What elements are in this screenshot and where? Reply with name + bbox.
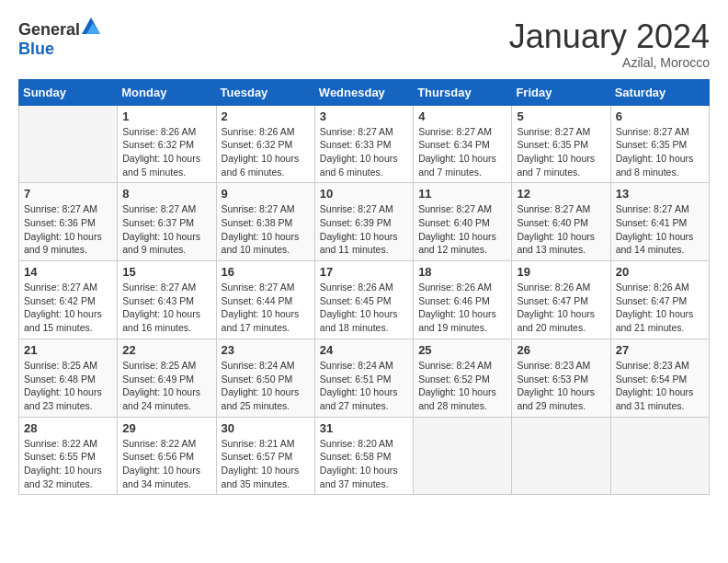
day-info: Sunrise: 8:23 AM Sunset: 6:53 PM Dayligh… — [517, 359, 605, 413]
calendar-week-row: 28Sunrise: 8:22 AM Sunset: 6:55 PM Dayli… — [19, 417, 710, 495]
calendar-cell: 21Sunrise: 8:25 AM Sunset: 6:48 PM Dayli… — [19, 339, 118, 417]
day-number: 22 — [122, 343, 210, 357]
logo-general-text: General — [18, 20, 80, 39]
calendar-cell: 13Sunrise: 8:27 AM Sunset: 6:41 PM Dayli… — [610, 183, 709, 261]
calendar-cell: 22Sunrise: 8:25 AM Sunset: 6:49 PM Dayli… — [118, 339, 216, 417]
calendar-cell — [19, 105, 118, 183]
calendar-cell: 16Sunrise: 8:27 AM Sunset: 6:44 PM Dayli… — [216, 261, 314, 339]
day-info: Sunrise: 8:27 AM Sunset: 6:39 PM Dayligh… — [320, 202, 408, 257]
day-number: 3 — [320, 109, 408, 123]
calendar-week-row: 21Sunrise: 8:25 AM Sunset: 6:48 PM Dayli… — [19, 339, 710, 417]
day-info: Sunrise: 8:26 AM Sunset: 6:47 PM Dayligh… — [517, 281, 605, 335]
day-number: 27 — [616, 343, 704, 357]
calendar-cell: 18Sunrise: 8:26 AM Sunset: 6:46 PM Dayli… — [414, 261, 512, 339]
calendar-header-tuesday: Tuesday — [216, 79, 314, 105]
calendar-cell: 7Sunrise: 8:27 AM Sunset: 6:36 PM Daylig… — [19, 183, 118, 261]
calendar-cell: 24Sunrise: 8:24 AM Sunset: 6:51 PM Dayli… — [314, 339, 413, 417]
day-info: Sunrise: 8:27 AM Sunset: 6:38 PM Dayligh… — [222, 202, 310, 257]
day-info: Sunrise: 8:20 AM Sunset: 6:58 PM Dayligh… — [320, 437, 408, 491]
day-number: 26 — [517, 343, 605, 357]
day-info: Sunrise: 8:27 AM Sunset: 6:37 PM Dayligh… — [122, 202, 210, 257]
calendar-cell — [414, 417, 512, 495]
page-header: General Blue January 2024 Azilal, Morocc… — [18, 18, 710, 70]
day-info: Sunrise: 8:26 AM Sunset: 6:45 PM Dayligh… — [320, 281, 408, 335]
calendar-header-saturday: Saturday — [610, 79, 709, 105]
calendar-cell: 29Sunrise: 8:22 AM Sunset: 6:56 PM Dayli… — [118, 417, 216, 495]
day-info: Sunrise: 8:25 AM Sunset: 6:49 PM Dayligh… — [122, 359, 210, 413]
calendar-week-row: 1Sunrise: 8:26 AM Sunset: 6:32 PM Daylig… — [19, 105, 710, 183]
day-number: 13 — [616, 187, 704, 201]
calendar-cell: 12Sunrise: 8:27 AM Sunset: 6:40 PM Dayli… — [512, 183, 610, 261]
day-info: Sunrise: 8:25 AM Sunset: 6:48 PM Dayligh… — [24, 359, 112, 413]
calendar-cell: 9Sunrise: 8:27 AM Sunset: 6:38 PM Daylig… — [216, 183, 314, 261]
day-info: Sunrise: 8:27 AM Sunset: 6:43 PM Dayligh… — [122, 281, 210, 335]
day-number: 25 — [418, 343, 506, 357]
day-info: Sunrise: 8:27 AM Sunset: 6:44 PM Dayligh… — [222, 281, 310, 335]
calendar-header-wednesday: Wednesday — [314, 79, 413, 105]
calendar-cell: 11Sunrise: 8:27 AM Sunset: 6:40 PM Dayli… — [414, 183, 512, 261]
calendar-header-sunday: Sunday — [19, 79, 118, 105]
month-title: January 2024 — [509, 18, 710, 55]
day-number: 21 — [24, 343, 112, 357]
day-info: Sunrise: 8:27 AM Sunset: 6:35 PM Dayligh… — [616, 125, 704, 179]
day-info: Sunrise: 8:23 AM Sunset: 6:54 PM Dayligh… — [616, 359, 704, 413]
calendar-cell: 26Sunrise: 8:23 AM Sunset: 6:53 PM Dayli… — [512, 339, 610, 417]
day-info: Sunrise: 8:27 AM Sunset: 6:40 PM Dayligh… — [418, 202, 506, 257]
calendar-header-thursday: Thursday — [414, 79, 512, 105]
day-number: 9 — [222, 187, 310, 201]
day-info: Sunrise: 8:27 AM Sunset: 6:33 PM Dayligh… — [320, 125, 408, 179]
day-number: 5 — [517, 109, 605, 123]
day-info: Sunrise: 8:22 AM Sunset: 6:56 PM Dayligh… — [122, 437, 210, 491]
day-info: Sunrise: 8:27 AM Sunset: 6:34 PM Dayligh… — [418, 125, 506, 179]
day-info: Sunrise: 8:24 AM Sunset: 6:51 PM Dayligh… — [320, 359, 408, 413]
day-number: 4 — [418, 109, 506, 123]
day-number: 8 — [122, 187, 210, 201]
calendar-cell: 19Sunrise: 8:26 AM Sunset: 6:47 PM Dayli… — [512, 261, 610, 339]
calendar-cell: 20Sunrise: 8:26 AM Sunset: 6:47 PM Dayli… — [610, 261, 709, 339]
calendar-cell: 30Sunrise: 8:21 AM Sunset: 6:57 PM Dayli… — [216, 417, 314, 495]
day-number: 14 — [24, 265, 112, 279]
day-number: 20 — [616, 265, 704, 279]
calendar-cell: 10Sunrise: 8:27 AM Sunset: 6:39 PM Dayli… — [314, 183, 413, 261]
calendar-cell: 17Sunrise: 8:26 AM Sunset: 6:45 PM Dayli… — [314, 261, 413, 339]
day-info: Sunrise: 8:22 AM Sunset: 6:55 PM Dayligh… — [24, 437, 112, 491]
day-info: Sunrise: 8:27 AM Sunset: 6:36 PM Dayligh… — [24, 202, 112, 257]
day-number: 10 — [320, 187, 408, 201]
calendar-week-row: 7Sunrise: 8:27 AM Sunset: 6:36 PM Daylig… — [19, 183, 710, 261]
day-info: Sunrise: 8:27 AM Sunset: 6:41 PM Dayligh… — [616, 202, 704, 257]
day-info: Sunrise: 8:27 AM Sunset: 6:42 PM Dayligh… — [24, 281, 112, 335]
day-number: 31 — [320, 421, 408, 435]
day-number: 29 — [122, 421, 210, 435]
day-info: Sunrise: 8:26 AM Sunset: 6:46 PM Dayligh… — [418, 281, 506, 335]
day-info: Sunrise: 8:24 AM Sunset: 6:50 PM Dayligh… — [222, 359, 310, 413]
day-number: 30 — [222, 421, 310, 435]
calendar-cell: 2Sunrise: 8:26 AM Sunset: 6:32 PM Daylig… — [216, 105, 314, 183]
calendar-cell: 15Sunrise: 8:27 AM Sunset: 6:43 PM Dayli… — [118, 261, 216, 339]
logo-icon — [82, 17, 100, 34]
day-number: 11 — [418, 187, 506, 201]
calendar-cell: 14Sunrise: 8:27 AM Sunset: 6:42 PM Dayli… — [19, 261, 118, 339]
day-number: 19 — [517, 265, 605, 279]
day-info: Sunrise: 8:21 AM Sunset: 6:57 PM Dayligh… — [222, 437, 310, 491]
day-info: Sunrise: 8:27 AM Sunset: 6:40 PM Dayligh… — [517, 202, 605, 257]
calendar-header-friday: Friday — [512, 79, 610, 105]
calendar-cell: 27Sunrise: 8:23 AM Sunset: 6:54 PM Dayli… — [610, 339, 709, 417]
calendar-cell: 23Sunrise: 8:24 AM Sunset: 6:50 PM Dayli… — [216, 339, 314, 417]
calendar-cell — [512, 417, 610, 495]
day-info: Sunrise: 8:26 AM Sunset: 6:47 PM Dayligh… — [616, 281, 704, 335]
calendar-cell: 8Sunrise: 8:27 AM Sunset: 6:37 PM Daylig… — [118, 183, 216, 261]
calendar-header-monday: Monday — [118, 79, 216, 105]
calendar-cell: 25Sunrise: 8:24 AM Sunset: 6:52 PM Dayli… — [414, 339, 512, 417]
day-number: 17 — [320, 265, 408, 279]
day-number: 6 — [616, 109, 704, 123]
calendar-cell — [610, 417, 709, 495]
calendar-header-row: SundayMondayTuesdayWednesdayThursdayFrid… — [19, 79, 710, 105]
day-number: 2 — [222, 109, 310, 123]
day-number: 28 — [24, 421, 112, 435]
day-info: Sunrise: 8:27 AM Sunset: 6:35 PM Dayligh… — [517, 125, 605, 179]
day-number: 15 — [122, 265, 210, 279]
logo-blue-text: Blue — [18, 40, 54, 58]
day-number: 16 — [222, 265, 310, 279]
calendar-cell: 28Sunrise: 8:22 AM Sunset: 6:55 PM Dayli… — [19, 417, 118, 495]
day-number: 7 — [24, 187, 112, 201]
